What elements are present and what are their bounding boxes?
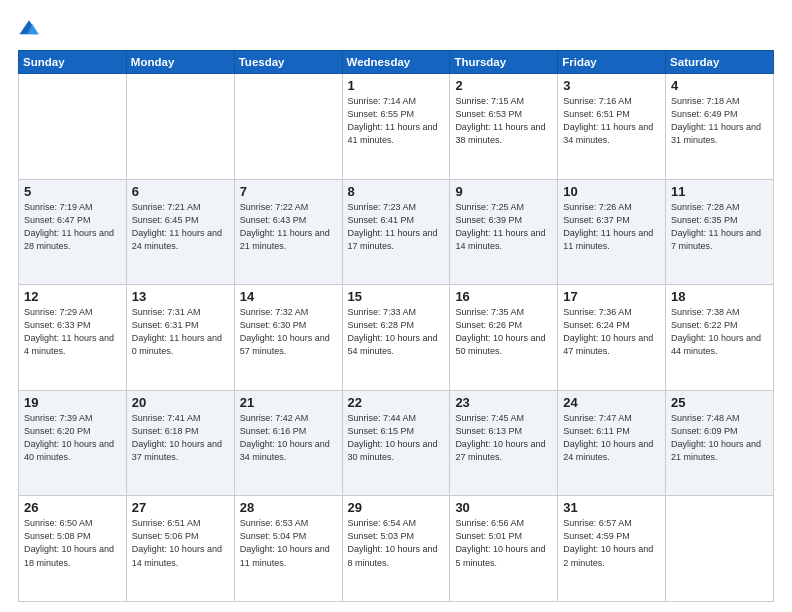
cell-info: Sunrise: 7:36 AM Sunset: 6:24 PM Dayligh… [563, 306, 660, 358]
calendar-cell: 9Sunrise: 7:25 AM Sunset: 6:39 PM Daylig… [450, 179, 558, 285]
cell-info: Sunrise: 7:33 AM Sunset: 6:28 PM Dayligh… [348, 306, 445, 358]
cell-info: Sunrise: 7:28 AM Sunset: 6:35 PM Dayligh… [671, 201, 768, 253]
cell-info: Sunrise: 6:50 AM Sunset: 5:08 PM Dayligh… [24, 517, 121, 569]
cell-info: Sunrise: 6:51 AM Sunset: 5:06 PM Dayligh… [132, 517, 229, 569]
day-header-tuesday: Tuesday [234, 51, 342, 74]
cell-info: Sunrise: 7:14 AM Sunset: 6:55 PM Dayligh… [348, 95, 445, 147]
day-number: 8 [348, 184, 445, 199]
calendar-cell [126, 74, 234, 180]
week-row-5: 26Sunrise: 6:50 AM Sunset: 5:08 PM Dayli… [19, 496, 774, 602]
calendar-cell: 25Sunrise: 7:48 AM Sunset: 6:09 PM Dayli… [666, 390, 774, 496]
day-number: 30 [455, 500, 552, 515]
calendar-cell: 17Sunrise: 7:36 AM Sunset: 6:24 PM Dayli… [558, 285, 666, 391]
day-number: 11 [671, 184, 768, 199]
day-number: 5 [24, 184, 121, 199]
calendar-cell: 11Sunrise: 7:28 AM Sunset: 6:35 PM Dayli… [666, 179, 774, 285]
day-number: 1 [348, 78, 445, 93]
day-number: 2 [455, 78, 552, 93]
cell-info: Sunrise: 7:15 AM Sunset: 6:53 PM Dayligh… [455, 95, 552, 147]
cell-info: Sunrise: 7:16 AM Sunset: 6:51 PM Dayligh… [563, 95, 660, 147]
calendar-cell: 27Sunrise: 6:51 AM Sunset: 5:06 PM Dayli… [126, 496, 234, 602]
calendar-cell: 30Sunrise: 6:56 AM Sunset: 5:01 PM Dayli… [450, 496, 558, 602]
calendar-cell [666, 496, 774, 602]
cell-info: Sunrise: 6:54 AM Sunset: 5:03 PM Dayligh… [348, 517, 445, 569]
day-header-friday: Friday [558, 51, 666, 74]
page: SundayMondayTuesdayWednesdayThursdayFrid… [0, 0, 792, 612]
calendar-cell: 28Sunrise: 6:53 AM Sunset: 5:04 PM Dayli… [234, 496, 342, 602]
header [18, 18, 774, 40]
cell-info: Sunrise: 7:47 AM Sunset: 6:11 PM Dayligh… [563, 412, 660, 464]
calendar-table: SundayMondayTuesdayWednesdayThursdayFrid… [18, 50, 774, 602]
calendar-cell: 1Sunrise: 7:14 AM Sunset: 6:55 PM Daylig… [342, 74, 450, 180]
day-number: 3 [563, 78, 660, 93]
calendar-cell: 8Sunrise: 7:23 AM Sunset: 6:41 PM Daylig… [342, 179, 450, 285]
cell-info: Sunrise: 6:56 AM Sunset: 5:01 PM Dayligh… [455, 517, 552, 569]
day-number: 31 [563, 500, 660, 515]
calendar-cell: 5Sunrise: 7:19 AM Sunset: 6:47 PM Daylig… [19, 179, 127, 285]
cell-info: Sunrise: 6:57 AM Sunset: 4:59 PM Dayligh… [563, 517, 660, 569]
calendar-cell: 14Sunrise: 7:32 AM Sunset: 6:30 PM Dayli… [234, 285, 342, 391]
calendar-cell: 18Sunrise: 7:38 AM Sunset: 6:22 PM Dayli… [666, 285, 774, 391]
day-number: 25 [671, 395, 768, 410]
day-number: 12 [24, 289, 121, 304]
calendar-cell: 22Sunrise: 7:44 AM Sunset: 6:15 PM Dayli… [342, 390, 450, 496]
cell-info: Sunrise: 7:31 AM Sunset: 6:31 PM Dayligh… [132, 306, 229, 358]
day-number: 6 [132, 184, 229, 199]
day-number: 14 [240, 289, 337, 304]
day-header-saturday: Saturday [666, 51, 774, 74]
calendar-cell: 2Sunrise: 7:15 AM Sunset: 6:53 PM Daylig… [450, 74, 558, 180]
calendar-cell: 19Sunrise: 7:39 AM Sunset: 6:20 PM Dayli… [19, 390, 127, 496]
calendar-cell: 6Sunrise: 7:21 AM Sunset: 6:45 PM Daylig… [126, 179, 234, 285]
cell-info: Sunrise: 7:44 AM Sunset: 6:15 PM Dayligh… [348, 412, 445, 464]
day-number: 10 [563, 184, 660, 199]
day-number: 19 [24, 395, 121, 410]
cell-info: Sunrise: 7:25 AM Sunset: 6:39 PM Dayligh… [455, 201, 552, 253]
cell-info: Sunrise: 7:26 AM Sunset: 6:37 PM Dayligh… [563, 201, 660, 253]
cell-info: Sunrise: 7:23 AM Sunset: 6:41 PM Dayligh… [348, 201, 445, 253]
cell-info: Sunrise: 7:48 AM Sunset: 6:09 PM Dayligh… [671, 412, 768, 464]
calendar-cell: 12Sunrise: 7:29 AM Sunset: 6:33 PM Dayli… [19, 285, 127, 391]
day-header-monday: Monday [126, 51, 234, 74]
calendar-cell: 13Sunrise: 7:31 AM Sunset: 6:31 PM Dayli… [126, 285, 234, 391]
week-row-4: 19Sunrise: 7:39 AM Sunset: 6:20 PM Dayli… [19, 390, 774, 496]
day-number: 15 [348, 289, 445, 304]
calendar-cell: 21Sunrise: 7:42 AM Sunset: 6:16 PM Dayli… [234, 390, 342, 496]
day-number: 4 [671, 78, 768, 93]
cell-info: Sunrise: 7:19 AM Sunset: 6:47 PM Dayligh… [24, 201, 121, 253]
day-number: 16 [455, 289, 552, 304]
day-number: 17 [563, 289, 660, 304]
logo [18, 18, 42, 40]
cell-info: Sunrise: 7:22 AM Sunset: 6:43 PM Dayligh… [240, 201, 337, 253]
calendar-cell: 7Sunrise: 7:22 AM Sunset: 6:43 PM Daylig… [234, 179, 342, 285]
calendar-cell: 24Sunrise: 7:47 AM Sunset: 6:11 PM Dayli… [558, 390, 666, 496]
day-number: 27 [132, 500, 229, 515]
calendar-cell [234, 74, 342, 180]
day-number: 20 [132, 395, 229, 410]
calendar-cell: 31Sunrise: 6:57 AM Sunset: 4:59 PM Dayli… [558, 496, 666, 602]
cell-info: Sunrise: 7:18 AM Sunset: 6:49 PM Dayligh… [671, 95, 768, 147]
week-row-2: 5Sunrise: 7:19 AM Sunset: 6:47 PM Daylig… [19, 179, 774, 285]
cell-info: Sunrise: 7:42 AM Sunset: 6:16 PM Dayligh… [240, 412, 337, 464]
calendar-cell: 3Sunrise: 7:16 AM Sunset: 6:51 PM Daylig… [558, 74, 666, 180]
day-number: 21 [240, 395, 337, 410]
day-number: 7 [240, 184, 337, 199]
calendar-cell: 16Sunrise: 7:35 AM Sunset: 6:26 PM Dayli… [450, 285, 558, 391]
day-number: 29 [348, 500, 445, 515]
calendar-cell: 26Sunrise: 6:50 AM Sunset: 5:08 PM Dayli… [19, 496, 127, 602]
day-number: 22 [348, 395, 445, 410]
calendar-cell: 23Sunrise: 7:45 AM Sunset: 6:13 PM Dayli… [450, 390, 558, 496]
cell-info: Sunrise: 7:35 AM Sunset: 6:26 PM Dayligh… [455, 306, 552, 358]
logo-icon [18, 18, 40, 40]
cell-info: Sunrise: 7:41 AM Sunset: 6:18 PM Dayligh… [132, 412, 229, 464]
week-row-1: 1Sunrise: 7:14 AM Sunset: 6:55 PM Daylig… [19, 74, 774, 180]
day-header-wednesday: Wednesday [342, 51, 450, 74]
day-number: 28 [240, 500, 337, 515]
day-header-sunday: Sunday [19, 51, 127, 74]
calendar-cell: 20Sunrise: 7:41 AM Sunset: 6:18 PM Dayli… [126, 390, 234, 496]
calendar-cell: 29Sunrise: 6:54 AM Sunset: 5:03 PM Dayli… [342, 496, 450, 602]
day-header-thursday: Thursday [450, 51, 558, 74]
cell-info: Sunrise: 6:53 AM Sunset: 5:04 PM Dayligh… [240, 517, 337, 569]
calendar-cell [19, 74, 127, 180]
calendar-cell: 15Sunrise: 7:33 AM Sunset: 6:28 PM Dayli… [342, 285, 450, 391]
cell-info: Sunrise: 7:21 AM Sunset: 6:45 PM Dayligh… [132, 201, 229, 253]
